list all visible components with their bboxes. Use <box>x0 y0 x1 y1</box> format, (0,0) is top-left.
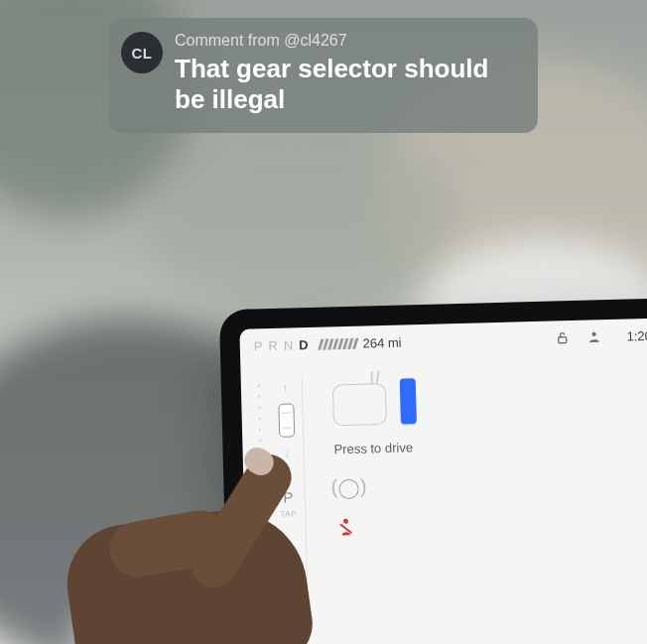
prnd-d: D <box>299 336 310 351</box>
svg-rect-0 <box>559 337 567 343</box>
unlock-icon[interactable] <box>553 328 571 346</box>
drive-prompt-row <box>332 372 647 427</box>
comment-avatar-initials: CL <box>132 45 153 62</box>
profile-icon[interactable] <box>584 327 602 345</box>
seatbelt-warning-icon <box>335 516 356 539</box>
brake-pedal-icon[interactable] <box>332 383 387 426</box>
park-tap-label: TAP <box>280 509 297 518</box>
gear-up-arrow-icon: ↑ <box>283 382 289 394</box>
clock-time: 1:20 p <box>602 327 647 344</box>
car-silhouette-icon[interactable] <box>278 403 295 437</box>
gear-down-arrow-icon: ↓ <box>284 448 290 459</box>
prnd-p: P <box>254 338 264 353</box>
battery-level-icon <box>319 337 356 349</box>
car-touchscreen-bezel: P R N D 264 mi <box>219 298 647 644</box>
prnd-r: R <box>268 337 279 352</box>
car-touchscreen[interactable]: P R N D 264 mi <box>239 318 647 644</box>
drive-prompt-text: Press to drive <box>333 434 647 457</box>
comment-avatar: CL <box>121 32 163 73</box>
main-panel: Press to drive ( ) <box>319 363 647 644</box>
warning-icons-column: ( ) <box>334 470 647 539</box>
comment-from-line: Comment from @cl4267 <box>175 32 518 50</box>
bg-blob <box>139 119 456 318</box>
park-button[interactable]: P <box>283 488 293 505</box>
svg-point-2 <box>343 519 348 524</box>
prnd-indicator: P R N D <box>254 336 310 352</box>
status-bar: P R N D 264 mi <box>239 318 647 363</box>
range-miles: 264 mi <box>362 334 401 350</box>
scene-root: CL Comment from @cl4267 That gear select… <box>0 0 647 644</box>
gear-strip-texture <box>255 380 271 644</box>
steering-warning-icon: ( ) <box>334 478 363 501</box>
comment-text: That gear selector should be illegal <box>175 54 518 115</box>
comment-overlay-card: CL Comment from @cl4267 That gear select… <box>109 18 538 133</box>
prnd-n: N <box>284 337 295 352</box>
drive-swipe-indicator[interactable] <box>400 378 417 424</box>
gear-selector-strip[interactable]: ↑ ↓ P TAP <box>269 375 311 644</box>
svg-point-1 <box>591 332 595 336</box>
